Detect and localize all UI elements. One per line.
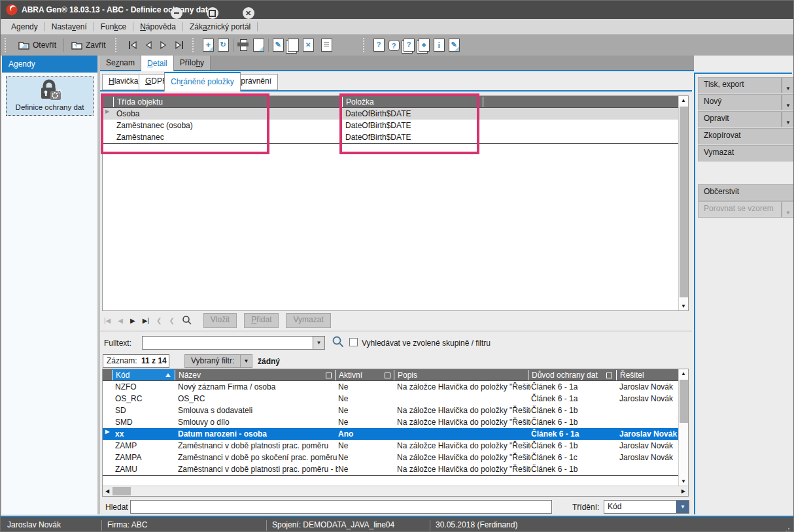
help-icon[interactable] xyxy=(373,39,385,52)
sidebar-splitter[interactable] xyxy=(97,56,100,514)
context-help-icon[interactable] xyxy=(388,40,400,51)
minimize-button[interactable] xyxy=(171,7,182,19)
previous-row-icon[interactable]: ◀ xyxy=(118,317,123,324)
table-row[interactable]: SMD Smlouvy o dílo Ne Na záložce Hlavičk… xyxy=(103,416,678,429)
delete-record-icon[interactable] xyxy=(303,39,314,52)
menu-agendy[interactable]: Agendy xyxy=(5,20,44,33)
scrollbar-thumb[interactable] xyxy=(112,487,131,495)
toolbar-drag-handle[interactable] xyxy=(192,38,198,52)
scroll-left-icon[interactable]: ◀ xyxy=(105,488,109,494)
column-option-icon[interactable] xyxy=(606,373,612,378)
column-header-trida-objektu[interactable]: Třída objektu xyxy=(113,96,346,108)
scroll-up-icon[interactable]: ▲ xyxy=(679,97,688,103)
insert-button[interactable]: Vložit xyxy=(203,313,237,328)
refresh-record-icon[interactable] xyxy=(218,39,229,52)
search-in-group-checkbox[interactable] xyxy=(349,338,358,346)
column-option-icon[interactable] xyxy=(385,373,390,378)
notes-icon[interactable] xyxy=(449,39,460,52)
table-row[interactable]: ZAMU Zaměstnanci v době platnosti prac. … xyxy=(103,463,678,476)
vertical-scrollbar[interactable]: ▲ ▼ xyxy=(678,369,688,486)
next-row-icon[interactable]: ▶ xyxy=(130,317,135,324)
add-button[interactable]: Přidat xyxy=(244,313,279,328)
last-row-icon[interactable]: ▶| xyxy=(143,317,149,324)
table-row[interactable]: SD Smlouva s dodavateli Ne Na záložce Hl… xyxy=(103,405,678,417)
scrollbar-thumb[interactable] xyxy=(680,107,688,297)
print-icon[interactable] xyxy=(237,39,249,51)
previous-record-icon[interactable] xyxy=(144,41,153,50)
table-row[interactable]: ZAMPA Zaměstnanci v době po skočení prac… xyxy=(103,452,678,464)
record-info-icon[interactable] xyxy=(434,39,445,52)
table-row[interactable]: OS_RC OS_RC Ne Článek 6 - 1a Jaroslav No… xyxy=(103,393,678,405)
tab-chranene-polozky[interactable]: Chráněné položky xyxy=(164,72,241,91)
next-record-icon[interactable] xyxy=(159,41,168,50)
first-row-icon[interactable]: |◀ xyxy=(104,317,111,324)
new-button[interactable]: Nový xyxy=(698,94,794,110)
toolbar-drag-handle[interactable] xyxy=(115,38,121,52)
fulltext-input[interactable]: ▼ xyxy=(142,336,325,350)
vertical-scrollbar[interactable]: ▲ ▼ xyxy=(678,96,688,310)
help-topics-icon[interactable] xyxy=(404,39,415,52)
menu-funkce[interactable]: Funkce xyxy=(94,20,133,33)
fulltext-dropdown-icon[interactable]: ▼ xyxy=(313,337,324,349)
tab-prilohy[interactable]: Přílohy xyxy=(174,56,211,70)
expand-icon[interactable]: ❮ xyxy=(169,317,174,324)
menu-napoveda[interactable]: Nápověda xyxy=(133,20,182,33)
delete-row-button[interactable]: Vymazat xyxy=(286,313,330,328)
delete-button[interactable]: Vymazat xyxy=(698,145,794,161)
column-header-aktivni[interactable]: Aktivní xyxy=(335,369,398,381)
tab-detail[interactable]: Detail xyxy=(141,56,174,71)
compare-with-template-button[interactable]: Porovnat se vzorem xyxy=(698,201,794,218)
print-export-button[interactable]: Tisk, export xyxy=(698,77,794,93)
column-header-polozka[interactable]: Položka xyxy=(342,96,487,108)
column-header-nazev[interactable]: Název xyxy=(175,369,339,381)
horizontal-scrollbar[interactable]: ◀ ▶ xyxy=(103,486,688,496)
sidebar-item-definice-ochrany-dat[interactable]: Definice ochrany dat xyxy=(6,76,94,116)
new-document-icon[interactable] xyxy=(253,39,264,52)
toolbar-drag-handle[interactable] xyxy=(5,38,10,52)
maximize-button[interactable] xyxy=(207,7,218,19)
sort-dropdown-icon[interactable]: ▼ xyxy=(676,501,689,513)
edit-button[interactable]: Opravit xyxy=(698,111,794,127)
collapse-icon[interactable]: ❮ xyxy=(156,317,162,324)
add-record-icon[interactable] xyxy=(203,39,214,52)
dropdown-icon[interactable] xyxy=(782,78,794,93)
edit-record-icon[interactable] xyxy=(273,39,284,52)
table-row[interactable]: Zaměstnanec DateOfBirth$DATE xyxy=(103,131,678,144)
scroll-right-icon[interactable]: ▶ xyxy=(682,488,685,494)
scroll-up-icon[interactable]: ▲ xyxy=(679,371,688,376)
row-search-icon[interactable] xyxy=(182,315,192,325)
menu-zakaznicky-portal[interactable]: Zákaznický portál xyxy=(183,20,257,33)
selected-filter-button[interactable]: Vybraný filtr: xyxy=(184,354,241,368)
table-row-selected[interactable]: xx Datum narozeni - osoba Ano Článek 6 -… xyxy=(103,428,678,441)
related-documents-icon[interactable] xyxy=(419,39,430,52)
scrollbar-thumb[interactable] xyxy=(680,380,688,423)
tab-seznam[interactable]: Seznam xyxy=(100,56,141,70)
refresh-button[interactable]: Občerstvit xyxy=(698,184,794,201)
table-row[interactable]: Zaměstnanec (osoba) DateOfBirth$DATE xyxy=(103,120,678,132)
record-log-icon[interactable] xyxy=(321,39,332,52)
first-record-icon[interactable] xyxy=(128,41,138,50)
copy-button[interactable]: Zkopírovat xyxy=(698,128,794,144)
close-agenda-button[interactable]: Zavřít xyxy=(66,39,111,52)
last-record-icon[interactable] xyxy=(174,41,184,50)
table-row[interactable]: Osoba DateOfBirth$DATE xyxy=(103,108,678,120)
resize-grip[interactable] xyxy=(783,520,793,531)
sort-select[interactable]: Kód ▼ xyxy=(604,500,689,514)
column-header-popis[interactable]: Popis xyxy=(394,369,532,381)
toolbar-drag-handle[interactable] xyxy=(363,38,369,52)
close-button[interactable] xyxy=(243,7,254,19)
table-row[interactable]: ZAMP Zaměstnanci v době platnosti prac. … xyxy=(103,440,678,452)
table-row[interactable]: NZFO Nový záznam Firma / osoba Ne Na zál… xyxy=(103,381,678,393)
column-header-kod[interactable]: Kód xyxy=(112,369,179,381)
open-agenda-button[interactable]: Otevřít xyxy=(13,39,61,52)
column-header-resitel[interactable]: Řešitel xyxy=(616,369,682,381)
fulltext-search-icon[interactable] xyxy=(332,335,345,348)
scroll-down-icon[interactable]: ▼ xyxy=(679,303,688,309)
dropdown-icon[interactable] xyxy=(782,112,794,127)
filter-dropdown-icon[interactable]: ▼ xyxy=(241,354,252,368)
scroll-down-icon[interactable]: ▼ xyxy=(679,478,688,484)
column-header-duvod[interactable]: Důvod ochrany dat xyxy=(528,369,620,381)
dropdown-icon[interactable] xyxy=(782,95,794,110)
search-input[interactable] xyxy=(130,500,552,514)
menu-nastaveni[interactable]: Nastavení xyxy=(45,20,94,33)
